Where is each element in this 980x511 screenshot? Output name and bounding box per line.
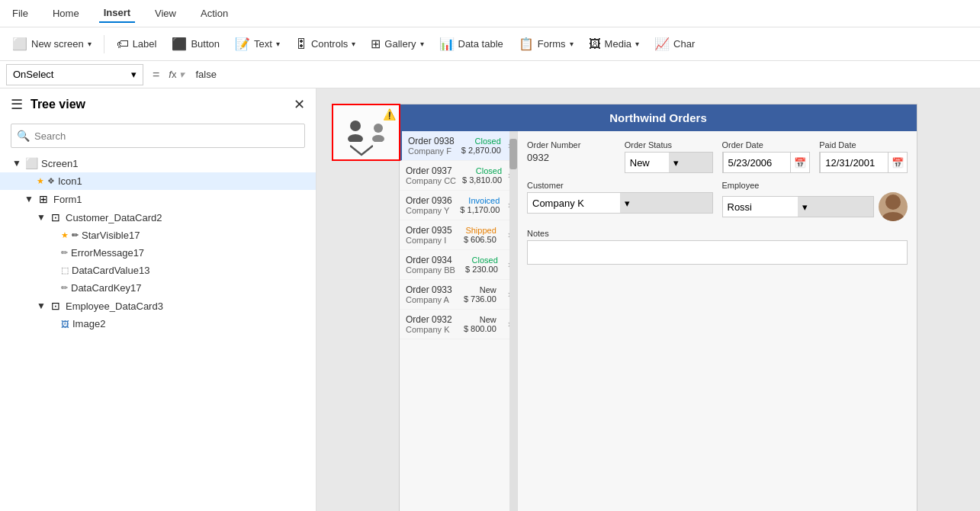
search-input[interactable] [11, 124, 305, 148]
text-button[interactable]: 📝 Text ▾ [229, 34, 286, 54]
formula-fx: fx ▾ [169, 69, 185, 80]
warning-icon: ⚠️ [383, 108, 396, 121]
paid-date-label: Paid Date [819, 140, 908, 149]
menu-view[interactable]: View [150, 5, 181, 22]
order-status-select[interactable]: New ▾ [625, 152, 713, 173]
gallery-button[interactable]: ⊞ Gallery ▾ [365, 34, 429, 54]
tree-item-icon1[interactable]: ★ ❖ Icon1 [0, 172, 316, 190]
sidebar-hamburger-icon[interactable]: ☰ [11, 96, 23, 113]
forms-label: Forms [538, 38, 566, 50]
text-chevron: ▾ [276, 40, 280, 48]
order-4-amount: $ 230.00 [465, 265, 498, 274]
scrollbar-thumb[interactable] [509, 139, 517, 169]
label-button[interactable]: 🏷 Label [111, 34, 163, 54]
order-date-label: Order Date [722, 140, 811, 149]
icon1-label-group: ★ ❖ Icon1 [37, 175, 82, 187]
media-button[interactable]: 🖼 Media ▾ [583, 34, 645, 54]
list-item-0[interactable]: Order 0938 Company F Closed $ 2,870.00 › [400, 131, 517, 161]
employee-avatar [879, 192, 908, 221]
order-date-field: Order Date 📅 [722, 140, 811, 173]
list-item-4[interactable]: Order 0934 Company BB Closed $ 230.00 › [400, 250, 517, 280]
tree-label-employee-datacard: Employee_DataCard3 [66, 300, 163, 312]
star-icon-sv17: ★ [61, 230, 69, 240]
order-6-status: New [464, 315, 496, 324]
sidebar: ☰ Tree view ✕ 🔍 ▼ ⬜ Screen1 ★ ❖ Icon1 [0, 88, 316, 511]
order-2-status: Invoiced [460, 196, 500, 205]
notes-label: Notes [527, 229, 908, 238]
new-screen-label: New screen [31, 38, 84, 50]
forms-button[interactable]: 📋 Forms ▾ [512, 34, 580, 54]
menu-bar: File Home Insert View Action [0, 0, 980, 27]
order-0-amount: $ 2,870.00 [461, 146, 501, 155]
new-screen-button[interactable]: ⬜ New screen ▾ [6, 34, 98, 54]
media-icon: 🖼 [589, 37, 601, 51]
tree-label-em17: ErrorMessage17 [71, 247, 144, 259]
chart-button[interactable]: 📈 Char [648, 34, 701, 54]
tree-item-starvisible17[interactable]: ★ ✏ StarVisible17 [0, 227, 316, 244]
tree-item-customer-datacard[interactable]: ▼ ⊡ Customer_DataCard2 [0, 208, 316, 227]
tree-item-image2[interactable]: 🖼 Image2 [0, 315, 316, 333]
tree-item-dck17[interactable]: ✏ DataCardKey17 [0, 279, 316, 297]
tree-label-customer-datacard: Customer_DataCard2 [66, 212, 162, 223]
tree-caret-employee: ▼ [37, 300, 46, 311]
customer-select[interactable]: Company K ▾ [527, 192, 713, 214]
forms-icon: 📋 [519, 37, 534, 51]
order-status-field: Order Status New ▾ [625, 140, 713, 173]
customer-label: Customer [527, 181, 713, 190]
gallery-icon: ⊞ [371, 37, 381, 51]
label-icon: 🏷 [117, 37, 129, 51]
tree-item-screen1[interactable]: ▼ ⬜ Screen1 [0, 154, 316, 172]
order-status-label: Order Status [625, 140, 713, 149]
data-table-button[interactable]: 📊 Data table [433, 34, 509, 54]
employee-row: Rossi ▾ [722, 192, 908, 221]
tree-label-dck17: DataCardKey17 [71, 282, 142, 294]
controls-chevron: ▾ [352, 40, 355, 48]
notes-input[interactable] [527, 240, 908, 265]
order-1-num: Order 0937 [406, 166, 456, 176]
gallery-label: Gallery [384, 38, 416, 50]
list-item-3[interactable]: Order 0935 Company I Shipped $ 606.50 › [400, 220, 517, 250]
app-window: Northwind Orders Order 0938 Company F Cl… [399, 104, 917, 511]
svg-point-5 [882, 212, 904, 221]
canvas: ⚠️ Northwind Orders Order 0938 Company F [316, 88, 980, 511]
menu-insert[interactable]: Insert [99, 4, 135, 23]
avatar-svg [879, 192, 908, 221]
icon1-selected-overlay[interactable]: ⚠️ [332, 104, 400, 161]
tree-item-errormsg17[interactable]: ✏ ErrorMessage17 [0, 244, 316, 262]
order-6-num: Order 0932 [406, 314, 452, 325]
menu-home[interactable]: Home [48, 5, 84, 22]
image-icon-img2: 🖼 [61, 320, 69, 329]
order-date-input[interactable] [723, 152, 792, 173]
svg-point-1 [348, 134, 363, 142]
list-item-2[interactable]: Order 0936 Company Y Invoiced $ 1,170.00… [400, 191, 517, 220]
sidebar-close-icon[interactable]: ✕ [294, 96, 305, 113]
formula-bar: OnSelect ▾ = fx ▾ false [0, 61, 980, 88]
list-item-5[interactable]: Order 0933 Company A New $ 736.00 › [400, 280, 517, 310]
order-5-amount: $ 736.00 [464, 294, 496, 304]
chart-label: Char [673, 38, 695, 50]
star-icon-1: ★ [37, 176, 44, 186]
search-icon: 🔍 [17, 130, 30, 142]
media-label: Media [605, 38, 631, 50]
list-scrollbar[interactable] [509, 131, 517, 511]
tree-item-form1[interactable]: ▼ ⊞ Form1 [0, 190, 316, 208]
paid-date-calendar-icon[interactable]: 📅 [888, 157, 907, 169]
plus-icon: ❖ [47, 176, 55, 186]
sidebar-search: 🔍 [11, 124, 305, 148]
order-5-status: New [464, 285, 496, 294]
list-item-6[interactable]: Order 0932 Company K New $ 800.00 › [400, 310, 517, 339]
tree-item-dcv13[interactable]: ⬚ DataCardValue13 [0, 262, 316, 279]
employee-select[interactable]: Rossi ▾ [722, 196, 875, 217]
menu-file[interactable]: File [8, 5, 33, 22]
button-button[interactable]: ⬛ Button [165, 34, 226, 54]
formula-select-value: OnSelect [13, 69, 53, 80]
controls-button[interactable]: 🎛 Controls ▾ [289, 34, 361, 54]
order-date-calendar-icon[interactable]: 📅 [791, 157, 809, 169]
person-icon-2 [370, 122, 387, 142]
menu-action[interactable]: Action [196, 5, 233, 22]
order-3-status: Shipped [464, 226, 496, 235]
formula-select[interactable]: OnSelect ▾ [6, 64, 143, 85]
paid-date-input[interactable] [820, 152, 888, 173]
tree-item-employee-datacard[interactable]: ▼ ⊡ Employee_DataCard3 [0, 297, 316, 315]
list-item-1[interactable]: Order 0937 Company CC Closed $ 3,810.00 … [400, 161, 517, 191]
